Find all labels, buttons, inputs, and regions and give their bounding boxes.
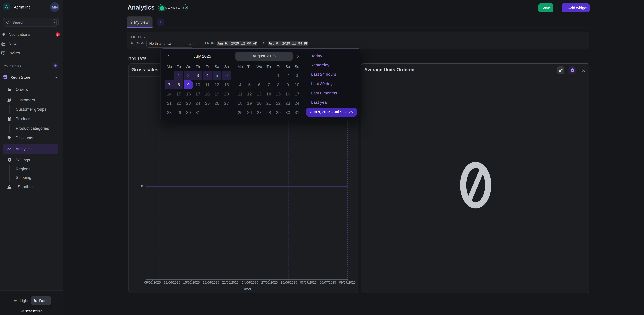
svg-text:03/07/2025: 03/07/2025 bbox=[300, 281, 316, 284]
svg-text:27/06/2025: 27/06/2025 bbox=[261, 281, 278, 284]
svg-text:15/06/2025: 15/06/2025 bbox=[183, 281, 200, 284]
svg-text:09/06/2025: 09/06/2025 bbox=[144, 281, 161, 284]
svg-text:12/06/2025: 12/06/2025 bbox=[164, 281, 180, 284]
svg-text:18/06/2025: 18/06/2025 bbox=[203, 281, 219, 284]
svg-text:Days: Days bbox=[242, 287, 251, 291]
svg-text:0: 0 bbox=[141, 184, 143, 188]
svg-text:21/06/2025: 21/06/2025 bbox=[222, 281, 238, 284]
svg-text:09/07/2025: 09/07/2025 bbox=[339, 281, 356, 284]
svg-text:24/06/2025: 24/06/2025 bbox=[242, 281, 258, 284]
svg-text:30/06/2025: 30/06/2025 bbox=[281, 281, 297, 284]
svg-text:06/07/2025: 06/07/2025 bbox=[320, 281, 336, 284]
